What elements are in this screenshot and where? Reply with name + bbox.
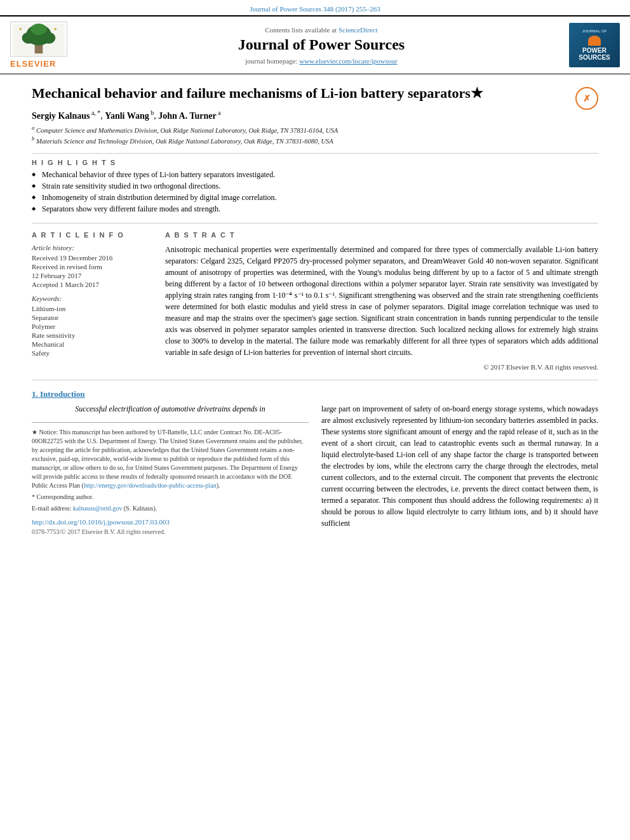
- author-2-sup: b: [149, 109, 154, 116]
- journal-homepage: journal homepage: www.elsevier.com/locat…: [93, 57, 550, 65]
- footnote-email-line: E-mail address: kalnauss@ornl.gov (S. Ka…: [32, 504, 309, 513]
- highlights-header: H I G H L I G H T S: [32, 153, 598, 166]
- journal-badge-area: JOURNAL OF POWERSOURCES: [563, 23, 620, 67]
- history-accepted: Accepted 1 March 2017: [32, 281, 152, 288]
- footnote-section: ★ Notice: This manuscript has been autho…: [32, 422, 309, 513]
- intro-right-col: large part on improvement of safety of o…: [321, 403, 598, 535]
- author-3-name: John A. Turner: [158, 110, 216, 120]
- issn-line: 0378-7753/© 2017 Elsevier B.V. All right…: [32, 528, 309, 535]
- authors-line: Sergiy Kalnaus a, *, Yanli Wang b, John …: [32, 109, 598, 121]
- history-revised-label: Received in revised form: [32, 263, 152, 270]
- top-journal-ref: Journal of Power Sources 348 (2017) 255–…: [0, 0, 630, 15]
- keyword-2: Separator: [32, 314, 152, 321]
- history-label: Article history:: [32, 244, 152, 251]
- keyword-6: Safety: [32, 349, 152, 357]
- article-info-col: A R T I C L E I N F O Article history: R…: [32, 231, 152, 371]
- homepage-url[interactable]: www.elsevier.com/locate/jpowsour: [299, 57, 397, 65]
- journal-title: Journal of Power Sources: [93, 36, 550, 53]
- highlights-section: H I G H L I G H T S Mechanical behavior …: [32, 153, 598, 214]
- affiliations: a Computer Science and Mathematics Divis…: [32, 124, 598, 144]
- highlight-3: Inhomogeneity of strain distribution det…: [32, 193, 598, 203]
- history-received: Received 19 December 2016: [32, 254, 152, 262]
- journal-ref-text: Journal of Power Sources 348 (2017) 255–…: [250, 5, 380, 13]
- article-title: Mechanical behavior and failure mechanis…: [32, 84, 598, 103]
- crossmark-icon: ✗: [575, 87, 598, 110]
- elsevier-logo-image: ★ ★: [10, 22, 67, 57]
- keyword-4: Rate sensitivity: [32, 331, 152, 339]
- highlight-2: Strain rate sensitivity studied in two o…: [32, 182, 598, 191]
- crossmark-badge: ✗: [575, 87, 598, 110]
- keyword-1: Lithium-ion: [32, 305, 152, 312]
- history-revised-date: 12 February 2017: [32, 272, 152, 279]
- author-3-sup: a: [217, 109, 221, 116]
- footnote-star-text: ★ Notice: This manuscript has been autho…: [32, 428, 309, 490]
- abstract-col: A B S T R A C T Anisotropic mechanical p…: [165, 231, 598, 371]
- journal-header-center: Contents lists available at ScienceDirec…: [80, 26, 563, 65]
- journal-header: ★ ★ ELSEVIER Contents lists available at…: [0, 15, 630, 74]
- svg-point-4: [22, 32, 36, 43]
- svg-point-5: [42, 32, 56, 43]
- sciencedirect-line: Contents lists available at ScienceDirec…: [93, 26, 550, 34]
- intro-body: Successful electrification of automotive…: [32, 403, 598, 535]
- elsevier-wordmark: ELSEVIER: [10, 59, 56, 69]
- keyword-5: Mechanical: [32, 340, 152, 348]
- abstract-text: Anisotropic mechanical properties were e…: [165, 244, 598, 358]
- main-content: ✗ Mechanical behavior and failure mechan…: [0, 74, 630, 558]
- highlight-4: Separators show very different failure m…: [32, 204, 598, 214]
- sciencedirect-label: Contents lists available at: [265, 26, 337, 34]
- highlight-1: Mechanical behavior of three types of Li…: [32, 170, 598, 180]
- footnote-corresponding: * Corresponding author.: [32, 493, 309, 502]
- footnote-email-name: (S. Kalnaus).: [124, 505, 158, 512]
- svg-point-6: [30, 23, 46, 35]
- doi-link[interactable]: http://dx.doi.org/10.1016/j.jpowsour.201…: [32, 518, 170, 526]
- keyword-3: Polymer: [32, 323, 152, 330]
- badge-top-text: JOURNAL OF: [582, 29, 607, 33]
- intro-right-text: large part on improvement of safety of o…: [321, 403, 598, 529]
- author-2-name: Yanli Wang: [105, 110, 149, 120]
- badge-main-text: POWERSOURCES: [579, 47, 610, 61]
- intro-section-title: 1. Introduction: [32, 389, 598, 399]
- elsevier-logo-area: ★ ★ ELSEVIER: [10, 22, 80, 69]
- intro-italic-text: Successful electrification of automotive…: [32, 403, 309, 415]
- footnote-email-link[interactable]: kalnauss@ornl.gov: [73, 505, 122, 512]
- footnote-email-label: E-mail address:: [32, 505, 71, 512]
- affiliation-2: b Materials Science and Technology Divis…: [32, 135, 598, 145]
- elsevier-logo: ★ ★ ELSEVIER: [10, 22, 80, 69]
- sciencedirect-link[interactable]: ScienceDirect: [338, 26, 378, 34]
- footnote-link-1[interactable]: http://energy.gov/downloads/doe-public-a…: [84, 482, 217, 489]
- abstract-header: A B S T R A C T: [165, 231, 598, 239]
- intro-left-col: Successful electrification of automotive…: [32, 403, 309, 535]
- article-info-abstract: A R T I C L E I N F O Article history: R…: [32, 223, 598, 371]
- svg-text:★: ★: [18, 26, 22, 31]
- intro-section: 1. Introduction Successful electrificati…: [32, 389, 598, 535]
- author-1-sup: a, *: [90, 109, 100, 116]
- author-1-name: Sergiy Kalnaus: [32, 110, 90, 120]
- doi-line[interactable]: http://dx.doi.org/10.1016/j.jpowsour.201…: [32, 518, 309, 526]
- article-info-header: A R T I C L E I N F O: [32, 231, 152, 239]
- copyright-line: © 2017 Elsevier B.V. All rights reserved…: [165, 363, 598, 371]
- homepage-label: journal homepage:: [245, 57, 297, 65]
- svg-text:★: ★: [53, 26, 57, 31]
- affiliation-1: a Computer Science and Mathematics Divis…: [32, 124, 598, 134]
- badge-lightning-icon: [588, 36, 601, 46]
- keywords-label: Keywords:: [32, 295, 152, 302]
- section-divider: [32, 380, 598, 380]
- power-sources-badge: JOURNAL OF POWERSOURCES: [569, 23, 620, 67]
